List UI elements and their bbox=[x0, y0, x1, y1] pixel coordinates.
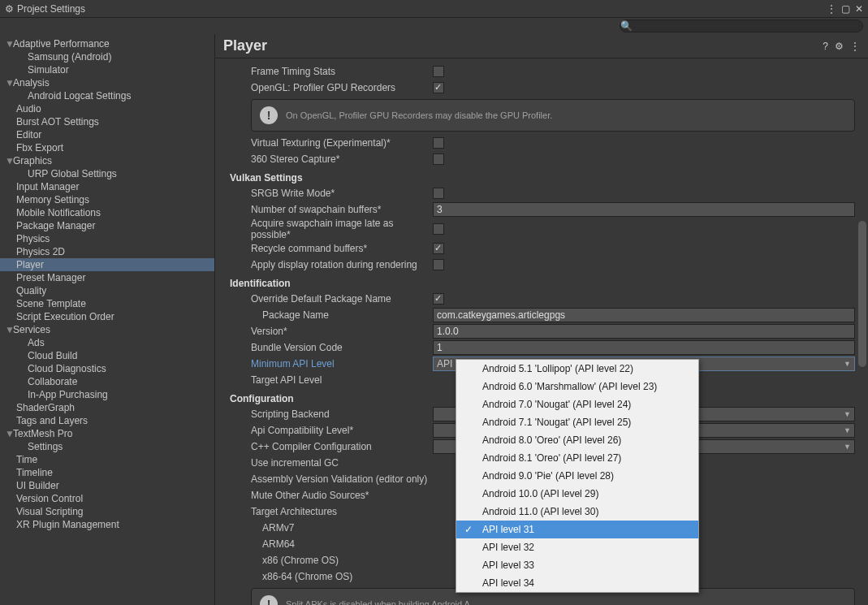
dropdown-option[interactable]: API level 33 bbox=[456, 556, 698, 574]
close-icon[interactable]: ✕ bbox=[855, 3, 863, 15]
dropdown-option[interactable]: Android 7.1 'Nougat' (API level 25) bbox=[456, 413, 698, 431]
sidebar-item[interactable]: Visual Scripting bbox=[0, 505, 214, 518]
sidebar-item[interactable]: Version Control bbox=[0, 492, 214, 505]
identification-section-header: Identification bbox=[215, 273, 868, 291]
dropdown-option[interactable]: Android 9.0 'Pie' (API level 28) bbox=[456, 467, 698, 485]
settings-icon[interactable]: ⚙ bbox=[835, 41, 844, 52]
sidebar-item[interactable]: ▼TextMesh Pro bbox=[0, 427, 214, 440]
sidebar-item[interactable]: ▼Analysis bbox=[0, 76, 214, 89]
frame-timing-label: Frame Timing Stats bbox=[215, 66, 433, 77]
scrollbar-track[interactable] bbox=[858, 107, 866, 589]
chevron-icon: ▼ bbox=[5, 38, 13, 50]
search-row: 🔍 bbox=[0, 18, 868, 34]
kebab-icon[interactable]: ⋮ bbox=[827, 3, 836, 15]
chevron-down-icon: ▼ bbox=[844, 443, 851, 451]
sidebar-item[interactable]: Input Manager bbox=[0, 180, 214, 193]
frame-timing-checkbox[interactable] bbox=[433, 66, 444, 77]
sidebar-item-label: Tags and Layers bbox=[16, 415, 88, 426]
content-panel: Player ? ⚙ ⋮ Frame Timing Stats OpenGL: … bbox=[215, 34, 868, 605]
sidebar-item[interactable]: Tags and Layers bbox=[0, 414, 214, 427]
acquire-late-checkbox[interactable] bbox=[433, 223, 444, 235]
sidebar-item[interactable]: UI Builder bbox=[0, 479, 214, 492]
sidebar-item[interactable]: XR Plugin Management bbox=[0, 518, 214, 531]
opengl-profiler-checkbox[interactable] bbox=[433, 82, 444, 93]
sidebar-item[interactable]: Preset Manager bbox=[0, 271, 214, 284]
chevron-icon: ▼ bbox=[5, 428, 13, 439]
sidebar-item[interactable]: URP Global Settings bbox=[0, 167, 214, 180]
sidebar-item[interactable]: Editor bbox=[0, 128, 214, 141]
api-level-dropdown-menu[interactable]: Android 5.1 'Lollipop' (API level 22)And… bbox=[456, 359, 699, 593]
dropdown-option[interactable]: Android 6.0 'Marshmallow' (API level 23) bbox=[456, 378, 698, 395]
sidebar-item-label: Adaptive Performance bbox=[13, 38, 110, 50]
dropdown-option[interactable]: Android 8.1 'Oreo' (API level 27) bbox=[456, 449, 698, 467]
dropdown-option[interactable]: API level 32 bbox=[456, 538, 698, 556]
sidebar-item[interactable]: ▼Graphics bbox=[0, 154, 214, 167]
sidebar-item[interactable]: ShaderGraph bbox=[0, 401, 214, 414]
sidebar-item-label: Graphics bbox=[13, 155, 52, 166]
sidebar-item[interactable]: ▼Adaptive Performance bbox=[0, 37, 214, 50]
dropdown-option[interactable]: Android 5.1 'Lollipop' (API level 22) bbox=[456, 360, 698, 378]
dropdown-option[interactable]: Android 11.0 (API level 30) bbox=[456, 503, 698, 521]
sidebar-item[interactable]: Samsung (Android) bbox=[0, 50, 214, 63]
sidebar-item[interactable]: Settings bbox=[0, 440, 214, 453]
search-input[interactable] bbox=[620, 19, 863, 32]
package-name-input[interactable] bbox=[433, 308, 855, 322]
sidebar-item[interactable]: Physics bbox=[0, 232, 214, 245]
bundle-code-input[interactable] bbox=[433, 340, 855, 355]
sidebar-item-label: Services bbox=[13, 324, 50, 335]
armv7-label: ARMv7 bbox=[215, 522, 433, 534]
vulkan-section-header: Vulkan Settings bbox=[215, 167, 868, 185]
dropdown-option[interactable]: Android 7.0 'Nougat' (API level 24) bbox=[456, 395, 698, 413]
dropdown-option[interactable]: Android 8.0 'Oreo' (API level 26) bbox=[456, 431, 698, 449]
sidebar-item[interactable]: In-App Purchasing bbox=[0, 388, 214, 401]
srgb-checkbox[interactable] bbox=[433, 188, 444, 199]
sidebar-item[interactable]: Audio bbox=[0, 102, 214, 115]
sidebar-item[interactable]: Memory Settings bbox=[0, 193, 214, 206]
version-input[interactable] bbox=[433, 324, 855, 339]
dropdown-option[interactable]: API level 34 bbox=[456, 574, 698, 592]
opengl-info-text: On OpenGL, Profiler GPU Recorders may di… bbox=[286, 110, 552, 120]
help-icon[interactable]: ? bbox=[823, 41, 828, 52]
sidebar-item[interactable]: Burst AOT Settings bbox=[0, 115, 214, 128]
recycle-buffers-checkbox[interactable] bbox=[433, 243, 444, 254]
sidebar-item[interactable]: Mobile Notifications bbox=[0, 206, 214, 219]
swapchain-buffers-input[interactable] bbox=[433, 202, 855, 217]
x86-64-label: x86-64 (Chrome OS) bbox=[215, 571, 433, 582]
sidebar-item[interactable]: Scene Template bbox=[0, 297, 214, 310]
override-package-checkbox[interactable] bbox=[433, 293, 444, 305]
sidebar-item[interactable]: ▼Services bbox=[0, 323, 214, 336]
more-icon[interactable]: ⋮ bbox=[850, 41, 860, 52]
sidebar-item[interactable]: Timeline bbox=[0, 466, 214, 479]
dropdown-option[interactable]: Android 10.0 (API level 29) bbox=[456, 485, 698, 503]
settings-sidebar[interactable]: ▼Adaptive PerformanceSamsung (Android)Si… bbox=[0, 34, 215, 605]
sidebar-item[interactable]: Physics 2D bbox=[0, 245, 214, 258]
sidebar-item[interactable]: Cloud Diagnostics bbox=[0, 362, 214, 375]
sidebar-item[interactable]: Package Manager bbox=[0, 219, 214, 232]
package-name-label: Package Name bbox=[215, 309, 433, 321]
override-package-label: Override Default Package Name bbox=[215, 293, 433, 305]
sidebar-item[interactable]: Ads bbox=[0, 336, 214, 349]
sidebar-item[interactable]: Collaborate bbox=[0, 375, 214, 388]
sidebar-item[interactable]: Time bbox=[0, 453, 214, 466]
chevron-icon: ▼ bbox=[5, 77, 13, 89]
stereo-capture-checkbox[interactable] bbox=[433, 153, 444, 165]
sidebar-item-label: Script Execution Order bbox=[16, 311, 114, 322]
opengl-profiler-label: OpenGL: Profiler GPU Recorders bbox=[215, 82, 433, 93]
chevron-icon: ▼ bbox=[5, 155, 13, 166]
sidebar-item-label: Preset Manager bbox=[16, 272, 85, 283]
sidebar-item[interactable]: Player bbox=[0, 258, 214, 271]
search-icon: 🔍 bbox=[620, 20, 633, 32]
dropdown-option[interactable]: API level 31 bbox=[456, 521, 698, 538]
sidebar-item[interactable]: Simulator bbox=[0, 63, 214, 76]
sidebar-item[interactable]: Quality bbox=[0, 284, 214, 297]
apply-rotation-checkbox[interactable] bbox=[433, 259, 444, 270]
sidebar-item[interactable]: Fbx Export bbox=[0, 141, 214, 154]
sidebar-item[interactable]: Cloud Build bbox=[0, 349, 214, 362]
sidebar-item[interactable]: Script Execution Order bbox=[0, 310, 214, 323]
cpp-config-label: C++ Compiler Configuration bbox=[215, 441, 433, 452]
virtual-texturing-checkbox[interactable] bbox=[433, 137, 444, 149]
page-title: Player bbox=[223, 37, 816, 54]
maximize-icon[interactable]: ▢ bbox=[841, 3, 850, 15]
sidebar-item[interactable]: Android Logcat Settings bbox=[0, 89, 214, 102]
scrollbar-thumb[interactable] bbox=[858, 221, 866, 367]
